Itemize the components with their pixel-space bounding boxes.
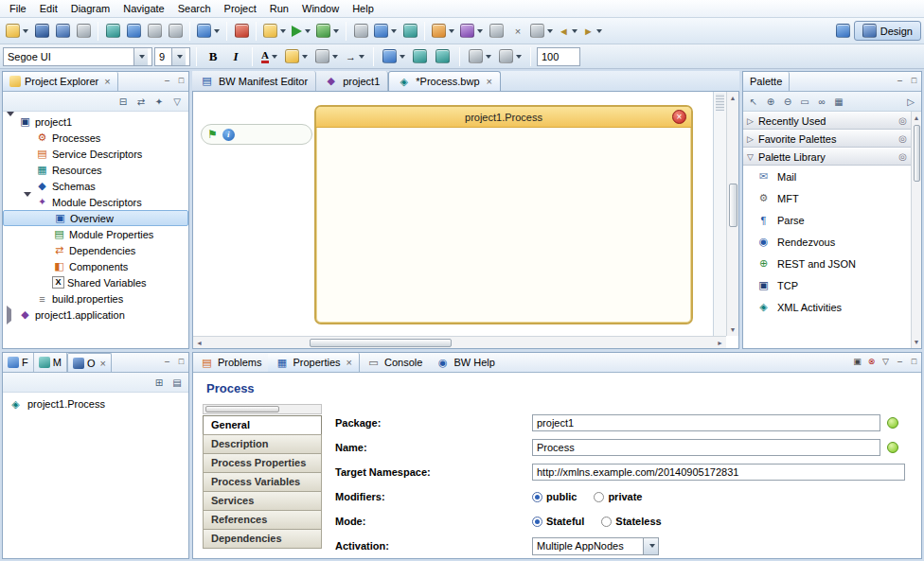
side-tab-references[interactable]: References [203,510,322,530]
close-icon[interactable]: × [104,76,110,87]
order-button[interactable] [466,45,494,68]
font-family-combo[interactable]: Segoe UI [3,47,152,66]
drawer-grip-icon[interactable] [716,94,724,111]
report-button[interactable] [194,20,222,43]
scroll-down-icon[interactable]: ▼ [911,336,922,348]
tree-item-overview[interactable]: ▣ Overview [3,210,188,226]
print-button[interactable] [73,20,94,43]
group-button[interactable] [457,20,486,43]
info-icon[interactable]: i [222,129,235,141]
tab-project1[interactable]: ◆ project1 [316,71,388,91]
pin-button[interactable] [486,20,506,43]
maximize-view-icon[interactable]: □ [174,75,188,88]
menu-window[interactable]: Window [295,2,346,15]
align-shapes-button[interactable] [380,45,408,68]
target-namespace-input[interactable] [532,464,905,481]
perspective-button[interactable] [833,20,854,43]
menu-run[interactable]: Run [263,2,295,15]
tree-item-project1-application[interactable]: ◆ project1.application [3,307,188,323]
font-size-combo[interactable]: 9 [154,47,190,66]
focus-icon[interactable]: ✦ [151,94,167,109]
view-menu-icon[interactable]: ▽ [169,94,185,109]
menu-project[interactable]: Project [218,2,263,15]
pin-section-icon[interactable]: ◎ [898,133,907,144]
tab-properties[interactable]: ▦ Properties × [268,353,360,372]
close-icon[interactable]: × [487,76,492,87]
palette-section-palette-library[interactable]: ▽ Palette Library ◎ [743,148,911,166]
tree-item-build-properties[interactable]: ≡ build.properties [3,290,188,307]
small-grid-button[interactable] [400,20,420,43]
palette-item-xml-activities[interactable]: ◈ XML Activities [743,296,911,318]
tab-outline[interactable]: O × [67,353,112,372]
distribute-button[interactable] [410,45,431,68]
tab-file-explorer[interactable]: F [3,353,34,372]
scroll-up-icon[interactable]: ▲ [911,112,922,124]
fill-color-button[interactable] [282,45,311,68]
vertical-scroll-thumb[interactable] [729,184,737,227]
twisty-expanded-icon[interactable] [7,112,14,128]
new-event-button[interactable] [260,20,289,43]
mode-stateful-radio[interactable] [532,517,542,527]
menu-file[interactable]: File [3,2,33,15]
bold-button[interactable]: B [203,45,223,68]
menu-search[interactable]: Search [171,2,218,15]
tree-item-module-properties[interactable]: ▤ Module Properties [3,226,188,242]
palette-collapse-icon[interactable]: ▷ [903,94,918,109]
tree-item-dependencies[interactable]: ⇄ Dependencies [3,242,188,258]
scroll-right-icon[interactable]: ► [714,337,726,349]
zoom-in-icon[interactable]: ⊕ [763,94,778,109]
section-collapsed-icon[interactable]: ▷ [747,116,754,126]
debug-config-button[interactable] [102,20,123,43]
side-tabs-scrollbar[interactable] [203,404,322,414]
tab-bw-help[interactable]: ◉ BW Help [429,353,501,372]
pin-section-icon[interactable]: ◎ [898,151,907,162]
side-tab-services[interactable]: Services [203,491,322,511]
start-activity-pill[interactable]: ⚑ i [201,124,312,145]
close-icon[interactable]: × [99,358,105,369]
modifier-public-radio[interactable] [532,492,542,502]
match-size-button[interactable] [433,45,453,68]
process-close-icon[interactable]: × [672,110,686,124]
maximize-view-icon[interactable]: □ [174,356,188,369]
tree-item-processes[interactable]: ⚙ Processes [3,130,188,146]
scroll-left-icon[interactable]: ◄ [193,337,205,349]
close-icon[interactable]: × [346,357,352,368]
font-size-dropdown-icon[interactable] [171,48,186,65]
menu-edit[interactable]: Edit [33,2,64,15]
horizontal-scroll-thumb[interactable] [310,339,452,347]
package-input[interactable] [532,414,880,431]
tree-item-components[interactable]: ◧ Components [3,258,188,274]
copy-layout-button[interactable] [350,20,371,43]
menu-help[interactable]: Help [346,2,381,15]
mode-stateless-radio[interactable] [601,517,612,527]
palette-item-rendezvous[interactable]: ◉ Rendezvous [743,231,911,253]
tree-item-service-descriptors[interactable]: ▤ Service Descriptors [3,146,188,162]
delete-button[interactable]: × [506,20,527,43]
minimize-view-icon[interactable]: – [893,356,907,369]
pin-section-icon[interactable]: ◎ [898,115,907,126]
tree-item-shared-variables[interactable]: X Shared Variables [3,274,188,290]
zoom-input[interactable]: 100 [537,47,580,66]
tree-item-module-descriptors[interactable]: ✦ Module Descriptors [3,194,188,210]
palette-item-mft[interactable]: ⚙ MFT [743,187,911,209]
save-all-button[interactable] [52,20,73,43]
save-button[interactable] [31,20,52,43]
minimize-view-icon[interactable]: – [893,75,907,88]
tree-item-project1[interactable]: ▣ project1 [3,114,188,130]
minimize-view-icon[interactable]: – [160,75,174,88]
scroll-down-icon[interactable]: ▼ [727,324,739,336]
process-canvas[interactable]: ⚑ i project1.Process × [193,92,726,336]
zoom-out-icon[interactable]: ⊖ [780,94,795,109]
palette-item-mail[interactable]: ✉ Mail [743,166,911,187]
tree-mode-icon[interactable]: ⊞ [151,375,167,390]
palette-item-parse[interactable]: ¶ Parse [743,209,911,231]
process-box[interactable]: project1.Process × [314,105,693,324]
link-tool-icon[interactable]: ∞ [814,94,829,109]
side-tabs-scroll-thumb[interactable] [205,406,279,412]
link-with-editor-icon[interactable]: ⇄ [133,94,149,109]
twisty-collapsed-icon[interactable] [7,306,11,324]
tab-model[interactable]: M [34,353,67,372]
process-box-header[interactable]: project1.Process × [316,107,691,128]
design-perspective-button[interactable]: Design [854,21,921,41]
select-tool-icon[interactable]: ↖ [746,94,761,109]
